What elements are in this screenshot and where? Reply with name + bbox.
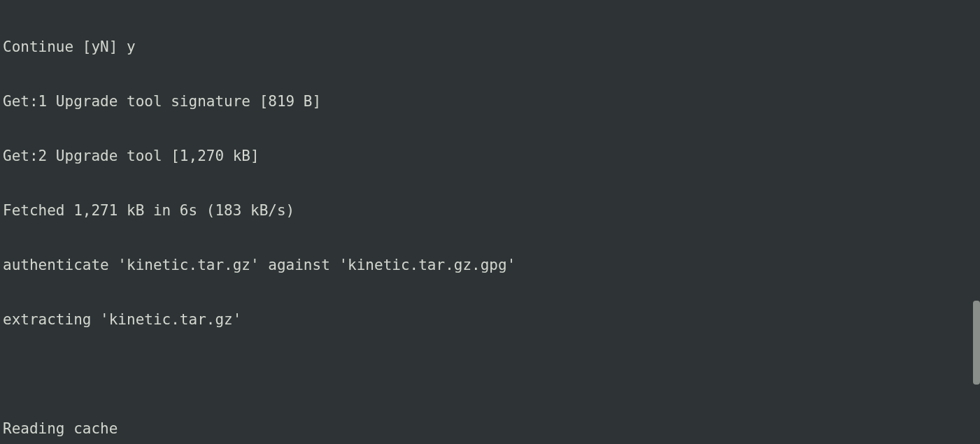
terminal-line: Get:1 Upgrade tool signature [819 B]	[3, 92, 977, 110]
scrollbar-thumb[interactable]	[973, 301, 980, 385]
terminal-line: extracting 'kinetic.tar.gz'	[3, 310, 977, 329]
terminal-line: authenticate 'kinetic.tar.gz' against 'k…	[3, 256, 977, 274]
terminal-line: Continue [yN] y	[3, 38, 977, 56]
terminal-line: Fetched 1,271 kB in 6s (183 kB/s)	[3, 201, 977, 220]
terminal-line	[3, 365, 977, 383]
terminal-line: Get:2 Upgrade tool [1,270 kB]	[3, 147, 977, 165]
terminal-output[interactable]: Continue [yN] y Get:1 Upgrade tool signa…	[3, 1, 977, 444]
terminal-line: Reading cache	[3, 420, 977, 438]
